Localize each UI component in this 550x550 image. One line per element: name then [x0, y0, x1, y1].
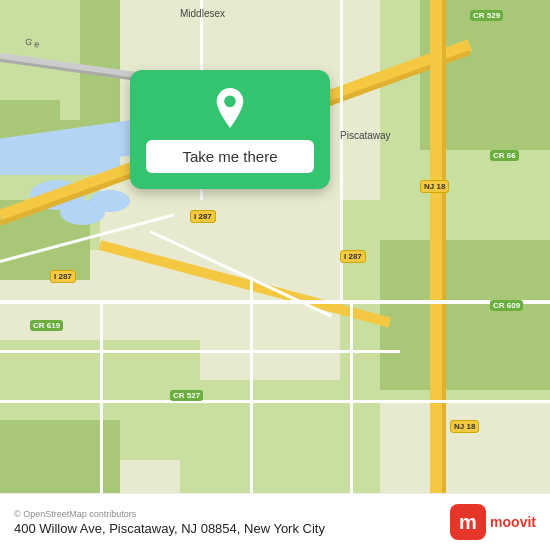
road-horizontal-1 [0, 300, 550, 304]
cr619-label: CR 619 [30, 320, 63, 331]
i287-label-3: I 287 [190, 210, 216, 223]
map-container: Middlesex Piscataway I 287 I 287 I 287 N… [0, 0, 550, 550]
take-me-there-button[interactable]: Take me there [146, 140, 314, 173]
middlesex-label: Middlesex [180, 8, 225, 19]
highway-nj18-border [442, 0, 446, 550]
location-card: Take me there [130, 70, 330, 189]
road-vertical-4 [250, 280, 253, 500]
attribution-text: © OpenStreetMap contributors [14, 509, 325, 519]
cr527-label: CR 527 [170, 390, 203, 401]
moovit-logo: m moovit [450, 504, 536, 540]
address-text: 400 Willow Ave, Piscataway, NJ 08854, Ne… [14, 521, 325, 536]
road-vertical-5 [350, 300, 353, 500]
highway-nj18 [430, 0, 442, 550]
nj18-label-1: NJ 18 [420, 180, 449, 193]
nj18-label-2: NJ 18 [450, 420, 479, 433]
cr609-label: CR 609 [490, 300, 523, 311]
cr66-label: CR 66 [490, 150, 519, 161]
piscataway-label: Piscataway [340, 130, 391, 141]
i287-label-2: I 287 [340, 250, 366, 263]
park-area-9 [380, 240, 550, 390]
bottom-info: © OpenStreetMap contributors 400 Willow … [14, 509, 325, 536]
cr529-label: CR 529 [470, 10, 503, 21]
road-diagonal-2 [149, 230, 332, 317]
road-horizontal-3 [0, 400, 550, 403]
i287-label-1: I 287 [50, 270, 76, 283]
bottom-bar: © OpenStreetMap contributors 400 Willow … [0, 493, 550, 550]
svg-text:m: m [459, 511, 477, 533]
road-horizontal-2 [0, 350, 400, 353]
svg-point-0 [224, 96, 236, 108]
water-pond-3 [90, 190, 130, 212]
location-pin-icon [210, 88, 250, 128]
moovit-name-text: moovit [490, 514, 536, 530]
moovit-icon: m [450, 504, 486, 540]
